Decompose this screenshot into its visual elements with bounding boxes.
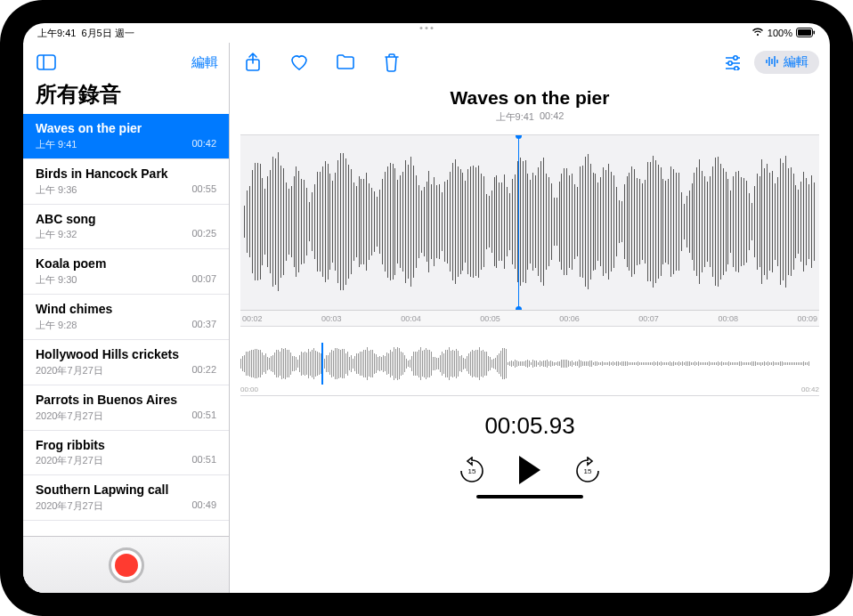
svg-point-11 [735,67,738,70]
overview-start: 00:00 [240,385,258,395]
status-date: 6月5日 週一 [81,27,134,40]
ruler-tick: 00:07 [638,314,659,323]
ruler-tick: 00:02 [242,314,263,323]
waveform-ruler: 00:0200:0300:0400:0500:0600:0700:0800:09 [240,310,819,326]
ruler-tick: 00:08 [718,314,738,323]
recording-item-duration: 00:25 [191,228,216,241]
ruler-tick: 00:09 [797,314,817,323]
waveform-icon [765,55,779,70]
recording-item-sub: 上午 9:36 [36,183,77,197]
recording-duration: 00:42 [540,110,565,124]
recording-item-name: Waves on the pier [36,121,216,136]
favorite-icon[interactable] [287,50,312,75]
recording-item-name: Parrots in Buenos Aires [36,393,216,408]
sidebar: 編輯 所有錄音 Waves on the pier 上午 9:41 00:42 … [23,43,230,593]
ruler-tick: 00:04 [401,314,421,323]
recording-item-sub: 2020年7月27日 [36,499,103,513]
recording-time: 上午9:41 [496,110,534,124]
recording-item-sub: 2020年7月27日 [36,364,103,377]
recording-title: Waves on the pier [451,87,610,109]
record-footer [23,536,229,593]
list-item[interactable]: Parrots in Buenos Aires 2020年7月27日 00:51 [23,385,229,431]
status-time: 上午9:41 [37,27,76,40]
edit-recording-label: 編輯 [784,54,808,70]
recording-item-sub: 上午 9:28 [36,319,77,332]
svg-rect-1 [798,29,811,36]
list-item[interactable]: Hollywood Hills crickets 2020年7月27日 00:2… [23,340,229,385]
recording-item-name: Southern Lapwing call [36,482,216,498]
recording-item-duration: 00:55 [191,183,216,197]
overview-end: 00:42 [801,385,819,395]
home-indicator[interactable] [476,495,583,498]
recording-item-duration: 00:49 [191,499,216,513]
svg-point-9 [728,61,732,65]
svg-rect-2 [814,30,816,34]
waveform-large[interactable]: 00:0200:0300:0400:0500:0600:0700:0800:09 [240,134,819,327]
trash-icon[interactable] [379,50,404,75]
play-button[interactable] [516,454,544,486]
folder-icon[interactable] [333,50,358,75]
recording-item-name: Birds in Hancock Park [36,166,216,182]
list-item[interactable]: ABC song 上午 9:32 00:25 [23,205,229,250]
recording-item-name: ABC song [36,212,216,227]
transport-controls: 15 15 [230,454,830,486]
svg-text:15: 15 [584,467,592,475]
recording-item-name: Hollywood Hills crickets [36,347,216,362]
share-icon[interactable] [240,50,265,75]
status-battery-percent: 100% [768,28,792,38]
recording-item-duration: 00:07 [191,273,216,287]
main-toolbar: 編輯 [230,43,830,82]
ruler-tick: 00:05 [480,314,500,323]
svg-rect-3 [37,55,55,69]
main-area: 編輯 Waves on the pier 上午9:41 00:42 00:020… [230,43,830,593]
list-item[interactable]: Southern Lapwing call 2020年7月27日 00:49 [23,475,229,521]
recording-item-name: Koala poem [36,256,216,272]
recording-item-sub: 上午 9:32 [36,228,77,241]
recording-item-duration: 00:51 [191,454,216,467]
edit-recording-button[interactable]: 編輯 [754,51,819,74]
recording-item-duration: 00:37 [191,319,216,332]
playhead[interactable] [518,135,519,310]
sidebar-title: 所有錄音 [23,80,229,114]
list-item[interactable]: Waves on the pier 上午 9:41 00:42 [23,114,229,159]
sidebar-toggle-icon[interactable] [34,50,59,75]
recording-item-sub: 2020年7月27日 [36,454,103,467]
detail-header: Waves on the pier 上午9:41 00:42 [230,82,830,131]
recording-item-name: Frog ribbits [36,438,216,453]
wifi-icon [751,28,764,38]
list-item[interactable]: Frog ribbits 2020年7月27日 00:51 [23,431,229,476]
ruler-tick: 00:06 [559,314,580,323]
settings-sliders-icon[interactable] [720,50,745,75]
record-button[interactable] [109,547,144,583]
svg-point-7 [734,56,737,60]
recording-item-sub: 上午 9:41 [36,138,77,151]
recording-item-duration: 00:42 [191,138,216,151]
skip-forward-15-button[interactable]: 15 [574,457,601,483]
list-item[interactable]: Birds in Hancock Park 上午 9:36 00:55 [23,159,229,205]
current-time-display: 00:05.93 [230,412,830,440]
ruler-tick: 00:03 [321,314,342,323]
recording-item-duration: 00:22 [191,364,216,377]
waveform-overview[interactable]: 00:00 00:42 [240,343,819,396]
skip-back-15-button[interactable]: 15 [459,457,485,483]
recording-item-name: Wind chimes [36,302,216,317]
recording-item-sub: 2020年7月27日 [36,409,103,423]
recording-item-sub: 上午 9:30 [36,273,77,287]
battery-icon [796,28,816,39]
sidebar-edit-button[interactable]: 編輯 [191,54,218,71]
overview-playhead[interactable] [321,343,323,385]
list-item[interactable]: Koala poem 上午 9:30 00:07 [23,249,229,295]
recordings-list[interactable]: Waves on the pier 上午 9:41 00:42 Birds in… [23,114,229,536]
list-item[interactable]: Wind chimes 上午 9:28 00:37 [23,295,229,340]
svg-text:15: 15 [468,467,476,475]
recording-item-duration: 00:51 [191,409,216,423]
